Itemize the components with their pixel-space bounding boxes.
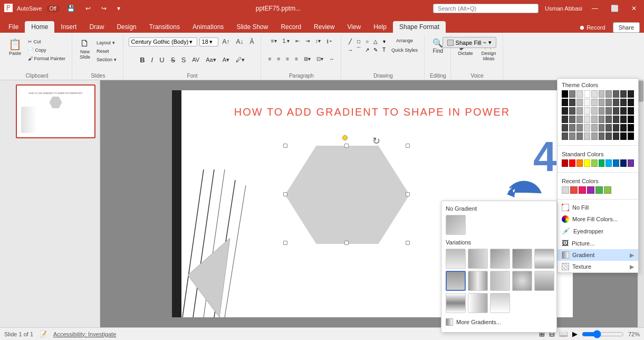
- shade-3-5[interactable]: [591, 116, 598, 123]
- arrange-button[interactable]: Arrange: [389, 37, 420, 44]
- align-text-button[interactable]: ⊡▾: [314, 55, 325, 63]
- more-gradients-option[interactable]: More Gradients...: [446, 316, 552, 328]
- std-purple[interactable]: [628, 159, 634, 167]
- shade-5-3[interactable]: [576, 133, 583, 140]
- grad-swatch-5[interactable]: [534, 249, 554, 269]
- std-red[interactable]: [569, 159, 575, 167]
- shade-5-8[interactable]: [613, 133, 619, 140]
- decrease-indent-button[interactable]: ⇤: [293, 37, 302, 45]
- shape-line[interactable]: ╱: [347, 37, 354, 45]
- std-blue[interactable]: [613, 159, 619, 167]
- shade-2-8[interactable]: [613, 107, 619, 115]
- handle-middle-right[interactable]: [406, 192, 410, 196]
- no-fill-option[interactable]: No Fill: [558, 202, 638, 213]
- font-family-dropdown[interactable]: Century Gothic (Body) ▾: [129, 37, 197, 46]
- handle-middle-left[interactable]: [283, 192, 287, 196]
- tab-shape-format[interactable]: Shape Format: [393, 21, 446, 33]
- record-header-button[interactable]: ⏺ Record: [574, 23, 611, 32]
- shape-more[interactable]: ▾: [380, 37, 388, 45]
- font-grow-button[interactable]: A↑: [220, 37, 232, 46]
- char-spacing-button[interactable]: AV: [190, 55, 201, 64]
- line-spacing-button[interactable]: ↕▾: [313, 37, 323, 45]
- increase-indent-button[interactable]: ⇥: [303, 37, 312, 45]
- shade-4-7[interactable]: [605, 124, 612, 131]
- grad-swatch-13[interactable]: [490, 293, 510, 313]
- shade-2-4[interactable]: [584, 107, 590, 115]
- smartart-button[interactable]: ↔: [327, 55, 337, 63]
- grad-swatch-3[interactable]: [490, 249, 510, 269]
- italic-button[interactable]: I: [149, 55, 156, 65]
- shade-4-2[interactable]: [569, 124, 575, 131]
- shade-2-9[interactable]: [620, 107, 627, 115]
- customize-button[interactable]: ▾: [114, 4, 123, 13]
- shade-2-3[interactable]: [576, 107, 583, 115]
- font-size-dropdown[interactable]: 18 ▾: [199, 37, 218, 46]
- font-color-button[interactable]: A▾: [220, 55, 232, 64]
- grad-swatch-6[interactable]: [446, 271, 466, 291]
- handle-bottom-left[interactable]: [283, 241, 287, 245]
- search-input[interactable]: [433, 4, 539, 13]
- restore-button[interactable]: ⬜: [608, 4, 622, 13]
- color-darkgray[interactable]: [569, 90, 575, 98]
- paste-button[interactable]: 📋 Paste: [6, 37, 24, 57]
- shade-3-10[interactable]: [628, 116, 634, 123]
- grad-swatch-12[interactable]: [468, 293, 488, 313]
- shade-5-10[interactable]: [628, 133, 634, 140]
- grad-swatch-4[interactable]: [512, 249, 532, 269]
- shade-4-8[interactable]: [613, 124, 619, 131]
- tab-view[interactable]: View: [341, 21, 367, 33]
- tab-help[interactable]: Help: [367, 21, 393, 33]
- cut-button[interactable]: ✂ Cut: [26, 38, 68, 45]
- align-center-button[interactable]: ≡: [275, 55, 282, 63]
- std-darkblue[interactable]: [620, 159, 627, 167]
- align-right-button[interactable]: ≡: [284, 55, 291, 63]
- tab-file[interactable]: File: [2, 21, 25, 33]
- grad-swatch-11[interactable]: [446, 293, 466, 313]
- handle-bottom-right[interactable]: [406, 241, 410, 245]
- shade-4-3[interactable]: [576, 124, 583, 131]
- tab-review[interactable]: Review: [307, 21, 341, 33]
- shade-4-5[interactable]: [591, 124, 598, 131]
- shade-5-9[interactable]: [620, 133, 627, 140]
- shade-1-2[interactable]: [569, 99, 575, 106]
- shade-1-10[interactable]: [628, 99, 634, 106]
- more-fill-colors-option[interactable]: More Fill Colors...: [558, 213, 638, 225]
- shade-4-1[interactable]: [562, 124, 568, 131]
- shade-1-3[interactable]: [576, 99, 583, 106]
- autosave-toggle[interactable]: Off: [46, 5, 60, 12]
- tab-design[interactable]: Design: [110, 21, 142, 33]
- reset-button[interactable]: Reset: [94, 48, 119, 55]
- shade-4-9[interactable]: [620, 124, 627, 131]
- handle-top-right[interactable]: [406, 144, 410, 148]
- shape-oval[interactable]: ○: [363, 37, 371, 45]
- shade-2-1[interactable]: [562, 107, 568, 115]
- grad-swatch-2[interactable]: [468, 249, 488, 269]
- recent-2[interactable]: [570, 186, 578, 194]
- recent-3[interactable]: [579, 186, 586, 194]
- hexagon-shape[interactable]: [285, 146, 410, 244]
- share-button[interactable]: Share: [613, 22, 640, 33]
- shade-5-6[interactable]: [599, 133, 605, 140]
- handle-top-left[interactable]: [283, 144, 287, 148]
- highlight-button[interactable]: 🖊▾: [234, 55, 247, 64]
- tab-draw[interactable]: Draw: [83, 21, 110, 33]
- bold-button[interactable]: B: [138, 55, 147, 65]
- shade-5-4[interactable]: [584, 133, 590, 140]
- save-button[interactable]: 💾: [64, 4, 78, 13]
- shade-2-5[interactable]: [591, 107, 598, 115]
- text-direction-button[interactable]: ⊞▾: [302, 55, 313, 63]
- shadow-button[interactable]: S: [179, 55, 188, 65]
- shape-fill-button[interactable]: Shape Fill ~ ▾: [443, 37, 496, 48]
- quick-styles-button[interactable]: Quick Styles: [389, 46, 420, 54]
- close-button[interactable]: ✕: [628, 4, 640, 13]
- shape-textbox[interactable]: T: [380, 46, 388, 53]
- minimize-button[interactable]: —: [589, 4, 601, 13]
- shade-3-9[interactable]: [620, 116, 627, 123]
- notes-icon[interactable]: 📝: [40, 330, 47, 337]
- tab-slideshow[interactable]: Slide Show: [230, 21, 274, 33]
- handle-top-center[interactable]: [344, 144, 349, 148]
- change-case-button[interactable]: Aa▾: [204, 55, 218, 64]
- shade-3-4[interactable]: [584, 116, 590, 123]
- color-black[interactable]: [562, 90, 568, 98]
- redo-button[interactable]: ↪: [98, 4, 110, 13]
